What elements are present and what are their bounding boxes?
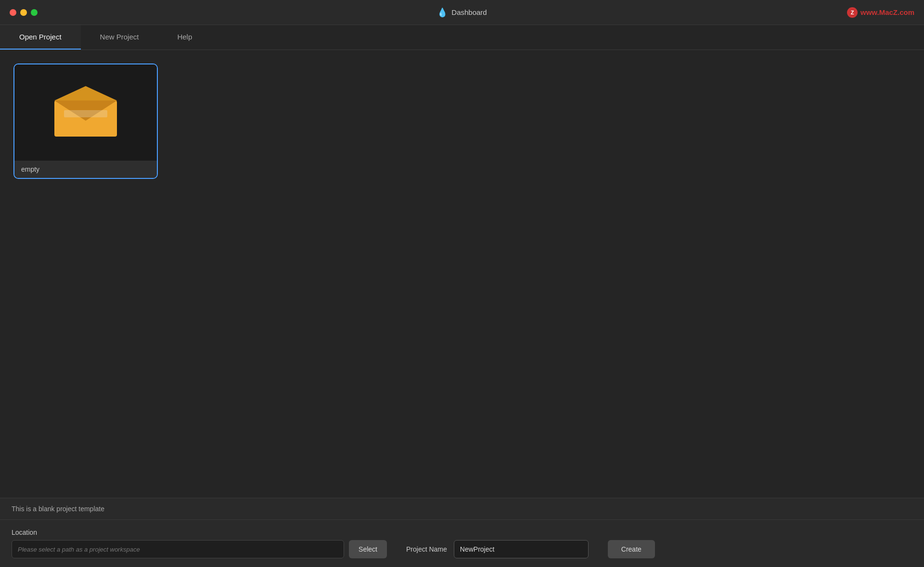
- project-grid: empty: [10, 60, 914, 183]
- create-button[interactable]: Create: [608, 540, 655, 558]
- main-content: empty: [0, 50, 924, 498]
- location-input[interactable]: [12, 540, 344, 558]
- project-name-input[interactable]: [454, 540, 589, 558]
- title-icon: 💧: [437, 7, 448, 18]
- location-label: Location: [12, 529, 387, 536]
- project-card-empty[interactable]: empty: [13, 63, 158, 179]
- title-center: 💧 Dashboard: [437, 7, 487, 18]
- description-bar: This is a blank project template: [0, 498, 924, 520]
- project-name-field-label: Project Name: [406, 545, 447, 553]
- location-group: Location Select: [12, 529, 387, 558]
- project-name-label: empty: [14, 161, 157, 178]
- macz-logo-icon: Z: [847, 7, 858, 18]
- location-row-container: Location Select Project Name Create: [12, 529, 912, 558]
- select-button[interactable]: Select: [349, 540, 387, 558]
- maximize-button[interactable]: [31, 9, 38, 16]
- minimize-button[interactable]: [20, 9, 27, 16]
- watermark: Z www.MacZ.com: [847, 7, 914, 18]
- tabs-bar: Open Project New Project Help: [0, 25, 924, 50]
- svg-rect-3: [64, 110, 107, 117]
- tab-help[interactable]: Help: [158, 25, 211, 50]
- tab-open-project[interactable]: Open Project: [0, 25, 81, 50]
- window-controls: [10, 9, 38, 16]
- close-button[interactable]: [10, 9, 16, 16]
- envelope-icon: [52, 86, 119, 139]
- bottom-bar: This is a blank project template Locatio…: [0, 498, 924, 567]
- project-thumbnail: [14, 64, 157, 161]
- location-input-row: Select: [12, 540, 387, 558]
- svg-marker-2: [54, 86, 117, 101]
- project-name-group: Project Name: [406, 540, 589, 558]
- app-title: Dashboard: [451, 8, 487, 16]
- location-bar: Location Select Project Name Create: [0, 520, 924, 567]
- title-bar: 💧 Dashboard Z www.MacZ.com: [0, 0, 924, 25]
- tab-new-project[interactable]: New Project: [81, 25, 158, 50]
